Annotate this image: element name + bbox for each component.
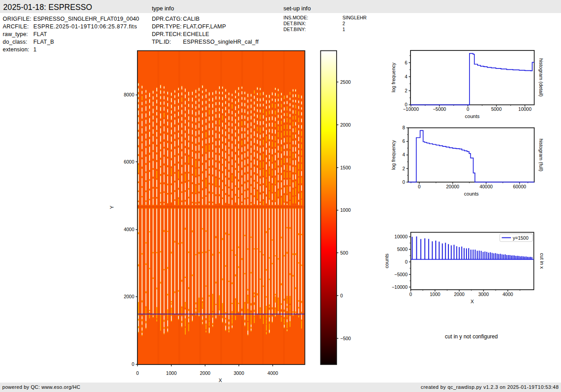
svg-text:0: 0	[405, 102, 407, 107]
svg-text:2: 2	[402, 166, 405, 171]
svg-text:Y: Y	[109, 205, 114, 209]
svg-text:0: 0	[418, 184, 421, 189]
svg-text:log frequency: log frequency	[391, 140, 396, 170]
svg-text:0: 0	[132, 361, 134, 367]
svg-text:6: 6	[402, 138, 405, 144]
svg-text:2000: 2000	[200, 370, 211, 376]
svg-text:4000: 4000	[124, 227, 135, 232]
svg-text:4000: 4000	[502, 292, 513, 297]
svg-text:10000: 10000	[394, 234, 407, 239]
svg-text:8000: 8000	[124, 92, 135, 97]
svg-text:cut in x: cut in x	[539, 253, 545, 269]
svg-text:cut in y not configured: cut in y not configured	[445, 333, 497, 340]
svg-text:1000: 1000	[430, 292, 441, 297]
svg-text:0: 0	[405, 259, 408, 264]
svg-text:4: 4	[405, 74, 407, 79]
svg-text:0: 0	[466, 106, 469, 112]
svg-text:−5000: −5000	[433, 106, 446, 112]
svg-text:1000: 1000	[340, 207, 351, 213]
svg-text:histogram (full): histogram (full)	[538, 139, 544, 172]
svg-text:counts: counts	[465, 114, 480, 119]
svg-text:counts: counts	[384, 253, 389, 268]
svg-text:60000: 60000	[513, 184, 526, 189]
svg-text:0: 0	[136, 370, 139, 376]
svg-text:−5000: −5000	[394, 272, 408, 277]
svg-text:−500: −500	[340, 336, 351, 341]
svg-text:X: X	[470, 299, 474, 304]
svg-text:3000: 3000	[233, 370, 244, 376]
svg-text:4: 4	[402, 152, 405, 157]
svg-text:log frequency: log frequency	[391, 62, 396, 92]
svg-text:4000: 4000	[268, 370, 278, 376]
svg-text:counts: counts	[464, 191, 479, 196]
svg-text:8: 8	[402, 125, 405, 130]
svg-text:5000: 5000	[491, 106, 502, 112]
svg-text:500: 500	[340, 250, 348, 255]
svg-text:2500: 2500	[340, 79, 351, 85]
svg-text:0: 0	[340, 293, 343, 298]
svg-text:y=1500: y=1500	[513, 235, 529, 241]
svg-text:6: 6	[405, 60, 407, 65]
svg-text:40000: 40000	[479, 184, 493, 189]
svg-text:−10000: −10000	[392, 284, 407, 290]
svg-text:5000: 5000	[397, 246, 408, 252]
svg-text:20000: 20000	[446, 184, 459, 189]
svg-text:2000: 2000	[124, 294, 135, 299]
svg-text:1000: 1000	[166, 370, 177, 376]
svg-text:0: 0	[402, 179, 405, 185]
svg-text:3000: 3000	[478, 292, 489, 297]
svg-text:histogram (detail): histogram (detail)	[538, 59, 544, 97]
svg-text:6000: 6000	[124, 159, 135, 164]
svg-text:X: X	[219, 378, 222, 383]
svg-text:1500: 1500	[340, 165, 351, 170]
svg-text:2: 2	[405, 88, 407, 93]
svg-text:2000: 2000	[340, 122, 351, 128]
svg-text:10000: 10000	[518, 106, 531, 112]
svg-text:2000: 2000	[454, 292, 465, 297]
svg-text:0: 0	[410, 292, 412, 297]
